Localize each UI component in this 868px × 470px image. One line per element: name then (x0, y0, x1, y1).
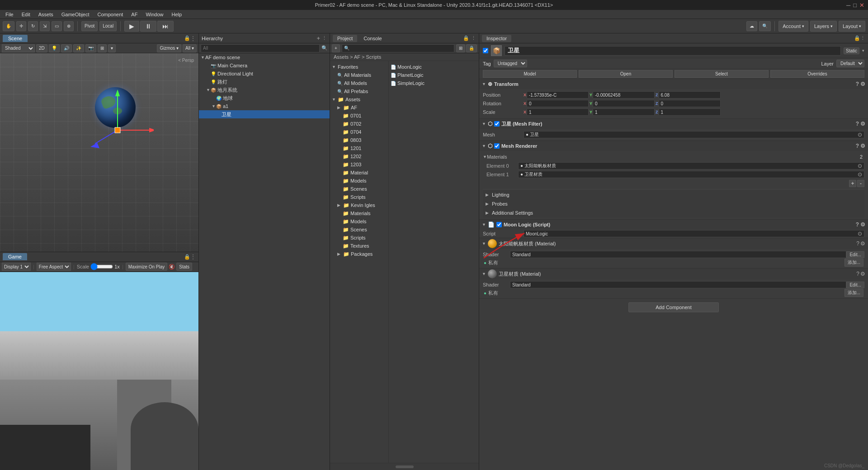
minimize-button[interactable]: ─ (846, 2, 850, 9)
object-active-checkbox[interactable] (483, 48, 488, 53)
transform-tool-button[interactable]: ⊕ (64, 21, 74, 31)
project-menu-icon[interactable]: ⋮ (471, 35, 476, 41)
hierarchy-item-earth[interactable]: 🌍 地球 (199, 94, 330, 102)
stats-button[interactable]: Stats (176, 263, 192, 271)
script-target-icon[interactable]: ⊙ (858, 230, 862, 237)
pos-y-field[interactable] (593, 91, 655, 99)
material-1-help-icon[interactable]: ? (856, 240, 859, 247)
project-tab[interactable]: Project (333, 35, 357, 42)
hierarchy-item-scene[interactable]: ▼ AF demo scene (199, 53, 330, 61)
materials-remove-button[interactable]: - (857, 180, 864, 187)
project-option-button[interactable]: ⊞ (456, 44, 465, 52)
project-1202[interactable]: 📁 1202 (330, 152, 388, 160)
pivot-button[interactable]: Pivot (81, 21, 98, 31)
scale-tool-button[interactable]: ⇲ (40, 21, 50, 31)
project-ki-scenes[interactable]: 📁 Scenes (330, 226, 388, 234)
cloud-button[interactable]: ☁ (746, 21, 757, 31)
scene-all-button[interactable]: All ▾ (183, 44, 197, 52)
lighting-header[interactable]: ▶ Lighting (483, 190, 864, 199)
project-0704[interactable]: 📁 0704 (330, 128, 388, 136)
menu-assets[interactable]: Assets (35, 11, 57, 18)
account-button[interactable]: Account ▾ (778, 21, 808, 32)
game-lock-icon[interactable]: 🔒 (184, 254, 190, 260)
shading-select[interactable]: Shaded Wireframe (2, 44, 35, 52)
menu-gameobject[interactable]: GameObject (58, 11, 93, 18)
project-lock2-button[interactable]: 🔒 (466, 44, 477, 52)
material-2-add-button[interactable]: 添加... (844, 289, 863, 297)
scene-lock-icon[interactable]: 🔒 (184, 35, 190, 41)
transform-help-icon[interactable]: ? (856, 81, 859, 87)
project-ki-models[interactable]: 📁 Models (330, 217, 388, 226)
2d-button[interactable]: 2D (36, 44, 47, 52)
project-favorites-header[interactable]: ▼ Favorites (330, 63, 388, 71)
hierarchy-item-a1[interactable]: ▼ 📦 a1 (199, 102, 330, 110)
select-button[interactable]: Select (675, 70, 769, 78)
scale-slider[interactable] (90, 263, 113, 270)
hierarchy-item-main-camera[interactable]: 📷 Main Camera (199, 61, 330, 70)
rot-x-field[interactable] (527, 100, 589, 107)
moon-logic-settings-icon[interactable]: ⚙ (860, 221, 865, 228)
project-lock-icon[interactable]: 🔒 (463, 35, 469, 41)
layers-button[interactable]: Layers ▾ (810, 21, 837, 32)
project-ki-textures[interactable]: 📁 Textures (330, 242, 388, 250)
scene-canvas[interactable]: < Persp (0, 53, 198, 252)
hierarchy-item-directional-light[interactable]: 💡 Directional Light (199, 70, 330, 78)
element-1-target-icon[interactable]: ⊙ (858, 171, 862, 178)
moon-logic-help-icon[interactable]: ? (856, 221, 859, 228)
mesh-renderer-header[interactable]: ▼ ⬡ Mesh Renderer ? ⚙ (479, 141, 868, 151)
transform-settings-icon[interactable]: ⚙ (860, 81, 865, 87)
add-component-button[interactable]: Add Component (628, 302, 719, 312)
project-scripts-folder[interactable]: 📁 Scripts (330, 193, 388, 201)
material-2-header[interactable]: ▼ 卫星材质 (Material) ? ⚙ (479, 268, 868, 279)
project-kevinigles-folder[interactable]: ▶ 📁 Kevin Igles (330, 201, 388, 209)
pos-x-field[interactable] (527, 91, 589, 99)
inspector-menu-icon[interactable]: ⋮ (860, 35, 865, 41)
rot-y-field[interactable] (593, 100, 655, 107)
scl-x-field[interactable] (527, 108, 589, 116)
hierarchy-add-icon[interactable]: + (316, 35, 320, 42)
project-packages-folder[interactable]: ▶ 📁 Packages (330, 250, 388, 258)
mesh-renderer-help-icon[interactable]: ? (856, 143, 859, 149)
mesh-filter-checkbox[interactable] (494, 121, 500, 127)
console-tab[interactable]: Console (359, 35, 386, 42)
project-0701[interactable]: 📁 0701 (330, 112, 388, 120)
mesh-filter-settings-icon[interactable]: ⚙ (860, 121, 865, 127)
static-dropdown-icon[interactable]: ▾ (862, 48, 864, 53)
project-1201[interactable]: 📁 1201 (330, 144, 388, 152)
maximize-on-play-button[interactable]: Maximize On Play (126, 263, 168, 271)
scene-tab[interactable]: Scene (3, 35, 28, 42)
project-ki-materials[interactable]: 📁 Materials (330, 209, 388, 217)
mesh-target-icon[interactable]: ⊙ (858, 132, 862, 138)
hierarchy-menu-icon[interactable]: ⋮ (322, 35, 327, 41)
hierarchy-item-satellite[interactable]: 卫星 (199, 110, 330, 118)
menu-file[interactable]: File (2, 11, 17, 18)
game-tab[interactable]: Game (3, 253, 27, 260)
material-1-settings-icon[interactable]: ⚙ (860, 240, 865, 247)
materials-add-button[interactable]: + (849, 180, 856, 187)
probes-header[interactable]: ▶ Probes (483, 199, 864, 208)
project-add-button[interactable]: + (332, 44, 340, 52)
project-all-materials[interactable]: 🔍 All Materials (330, 71, 388, 79)
menu-help[interactable]: Help (168, 11, 186, 18)
search-toolbar-button[interactable]: 🔍 (759, 21, 771, 31)
material-2-settings-icon[interactable]: ⚙ (860, 271, 865, 277)
rotate-tool-button[interactable]: ↻ (28, 21, 38, 31)
game-mute-icon[interactable]: 🔇 (169, 264, 175, 270)
scene-menu-icon[interactable]: ⋮ (190, 35, 196, 42)
scene-fx-button[interactable]: ✨ (73, 44, 84, 52)
inspector-lock-icon[interactable]: 🔒 (854, 35, 860, 41)
mesh-filter-header[interactable]: ▼ ⬡ 卫星 (Mesh Filter) ? ⚙ (479, 119, 868, 129)
inspector-tab[interactable]: Inspector (482, 35, 511, 42)
tag-select[interactable]: Untagged (494, 60, 527, 67)
menu-component[interactable]: Component (94, 11, 127, 18)
scl-y-field[interactable] (593, 108, 655, 116)
transform-header[interactable]: ▼ ⊕ Transform ? ⚙ (479, 79, 868, 89)
rot-z-field[interactable] (659, 100, 721, 107)
rect-tool-button[interactable]: ▭ (52, 21, 62, 31)
display-select[interactable]: Display 1 (2, 263, 31, 271)
project-assets-root[interactable]: ▼ 📁 Assets (330, 95, 388, 103)
project-all-prefabs[interactable]: 🔍 All Prefabs (330, 87, 388, 95)
gizmos-button[interactable]: Gizmos ▾ (157, 44, 181, 52)
project-scenes-folder[interactable]: 📁 Scenes (330, 185, 388, 193)
project-scroll-thumb[interactable] (396, 465, 414, 468)
